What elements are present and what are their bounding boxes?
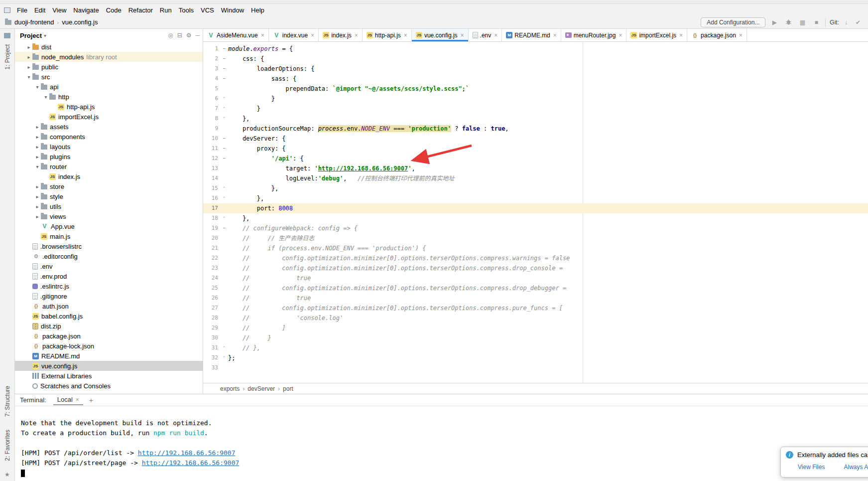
tab-close-icon[interactable]: × <box>679 32 683 39</box>
code-line-31[interactable]: 31^ // }, <box>203 343 868 353</box>
coverage-button-icon[interactable]: ▦ <box>797 17 807 27</box>
tree-item-src[interactable]: ▾src <box>15 72 203 82</box>
line-number[interactable]: 26 <box>203 293 220 303</box>
editor-tab-index-vue[interactable]: Vindex.vue× <box>269 29 319 41</box>
chevron-right-icon[interactable]: ▸ <box>25 64 32 70</box>
chevron-down-icon[interactable]: ▾ <box>44 33 46 38</box>
tab-close-icon[interactable]: × <box>494 32 497 39</box>
fold-end-icon[interactable]: ^ <box>220 196 228 201</box>
tree-item-readme-md[interactable]: MREADME.md <box>15 351 203 361</box>
project-panel-title[interactable]: Project <box>20 32 42 39</box>
tree-item-env[interactable]: .env <box>15 261 203 271</box>
fold-collapse-icon[interactable]: − <box>220 156 228 161</box>
line-number[interactable]: 7 <box>203 104 220 114</box>
tree-item-layouts[interactable]: ▸layouts <box>15 142 203 152</box>
code-line-2[interactable]: 2− css: { <box>203 54 868 64</box>
chevron-right-icon[interactable]: ▸ <box>25 44 32 50</box>
debug-button-icon[interactable] <box>783 17 793 27</box>
menu-code[interactable]: Code <box>103 5 125 15</box>
tree-item-store[interactable]: ▸store <box>15 181 203 191</box>
line-number[interactable]: 27 <box>203 303 220 313</box>
terminal-tab-close-icon[interactable]: × <box>76 396 79 403</box>
stripe-structure-button[interactable]: 7: Structure <box>4 386 11 417</box>
tree-item-editorconfig[interactable]: ⚙.editorconfig <box>15 251 203 261</box>
chevron-right-icon[interactable]: ▸ <box>34 214 41 219</box>
line-number[interactable]: 1 <box>203 44 220 54</box>
line-number[interactable]: 24 <box>203 273 220 283</box>
chevron-right-icon[interactable]: ▸ <box>34 184 41 189</box>
tab-close-icon[interactable]: × <box>739 32 743 39</box>
code-line-21[interactable]: 21 // if (process.env.NODE_ENV === 'prod… <box>203 243 868 253</box>
line-number[interactable]: 29 <box>203 323 220 333</box>
tab-close-icon[interactable]: × <box>311 32 314 39</box>
tree-item-vue-config-js[interactable]: JSvue.config.js <box>15 361 203 371</box>
notification-link-view-files[interactable]: View Files <box>798 464 825 471</box>
code-line-19[interactable]: 19− // configureWebpack: config => { <box>203 223 868 233</box>
code-line-12[interactable]: 12− '/api': { <box>203 154 868 163</box>
tree-item-dist-zip[interactable]: dist.zip <box>15 321 203 331</box>
project-tool-icon[interactable] <box>4 33 10 38</box>
menu-refactor[interactable]: Refactor <box>125 5 156 15</box>
chevron-right-icon[interactable]: ▸ <box>34 144 41 150</box>
fold-end-icon[interactable]: ^ <box>220 106 228 111</box>
code-line-29[interactable]: 29 // ] <box>203 323 868 333</box>
line-number[interactable]: 18 <box>203 213 220 223</box>
locate-file-icon[interactable]: ◎ <box>168 32 173 39</box>
line-number[interactable]: 15 <box>203 183 220 193</box>
tree-item-http-api-js[interactable]: JShttp-api.js <box>15 102 203 112</box>
menu-edit[interactable]: Edit <box>31 5 49 15</box>
breadcrumb-project[interactable]: duoji-frontend <box>14 18 54 26</box>
tree-item-assets[interactable]: ▸assets <box>15 122 203 132</box>
hide-panel-icon[interactable]: ─ <box>195 32 200 39</box>
fold-end-icon[interactable]: ^ <box>220 116 228 121</box>
terminal-url-link[interactable]: http://192.168.66.56:9007 <box>138 449 236 457</box>
tree-item-node-modules[interactable]: ▸node_moduleslibrary root <box>15 52 203 62</box>
menu-help[interactable]: Help <box>248 5 268 15</box>
line-number[interactable]: 19 <box>203 223 220 233</box>
chevron-down-icon[interactable]: ▾ <box>34 84 41 90</box>
add-configuration-button[interactable]: Add Configuration... <box>701 17 765 27</box>
stripe-project-button[interactable]: 1: Project <box>4 44 11 70</box>
line-number[interactable]: 20 <box>203 233 220 243</box>
tree-item-style[interactable]: ▸style <box>15 191 203 201</box>
notification-link-always-add[interactable]: Always Add <box>844 464 868 471</box>
fold-end-icon[interactable]: ^ <box>220 345 228 350</box>
code-line-22[interactable]: 22 // config.optimization.minimizer[0].o… <box>203 253 868 263</box>
tab-close-icon[interactable]: × <box>404 32 407 39</box>
chevron-right-icon[interactable]: ▸ <box>34 124 41 130</box>
tree-item-views[interactable]: ▸views <box>15 211 203 221</box>
code-line-4[interactable]: 4− sass: { <box>203 74 868 84</box>
editor-tab-menurouter-jpg[interactable]: menuRouter.jpg× <box>561 29 627 41</box>
menu-file[interactable]: File <box>13 5 31 15</box>
tree-item-utils[interactable]: ▸utils <box>15 201 203 211</box>
code-line-30[interactable]: 30 // } <box>203 333 868 343</box>
tree-item-gitignore[interactable]: .gitignore <box>15 291 203 301</box>
tree-item-env-prod[interactable]: .env.prod <box>15 271 203 281</box>
tree-item-eslintrc-js[interactable]: .eslintrc.js <box>15 281 203 291</box>
tree-item-browserslistrc[interactable]: .browserslistrc <box>15 241 203 251</box>
terminal-tab-local[interactable]: Local × <box>53 395 83 405</box>
editor-tab-index-js[interactable]: JSindex.js× <box>319 29 363 41</box>
editor-tab-asidemenu-vue[interactable]: VAsideMenu.vue× <box>203 29 269 41</box>
line-number[interactable]: 14 <box>203 173 220 183</box>
chevron-down-icon[interactable]: ▾ <box>25 74 32 80</box>
tree-item-babel-config-js[interactable]: JSbabel.config.js <box>15 311 203 321</box>
run-button-icon[interactable]: ▶ <box>769 17 779 27</box>
code-line-13[interactable]: 13 target: 'http://192.168.66.56:9007', <box>203 163 868 173</box>
chevron-right-icon[interactable]: ▸ <box>25 54 32 60</box>
line-number[interactable]: 33 <box>203 363 220 373</box>
editor-tab-readme-md[interactable]: MREADME.md× <box>502 29 561 41</box>
code-line-20[interactable]: 20 // // 生产去除日志 <box>203 233 868 243</box>
menu-run[interactable]: Run <box>156 5 175 15</box>
line-number[interactable]: 6 <box>203 94 220 104</box>
code-line-32[interactable]: 32^}; <box>203 353 868 363</box>
line-number[interactable]: 21 <box>203 243 220 253</box>
code-line-27[interactable]: 27 // config.optimization.minimizer[0].o… <box>203 303 868 313</box>
menu-window[interactable]: Window <box>218 5 248 15</box>
tab-close-icon[interactable]: × <box>461 32 464 39</box>
gear-icon[interactable]: ⚙ <box>186 32 192 39</box>
chevron-right-icon[interactable]: ▸ <box>34 204 41 209</box>
git-update-icon[interactable]: ↓ <box>841 17 851 27</box>
chevron-down-icon[interactable]: ▾ <box>42 94 49 100</box>
fold-collapse-icon[interactable]: − <box>220 146 228 151</box>
